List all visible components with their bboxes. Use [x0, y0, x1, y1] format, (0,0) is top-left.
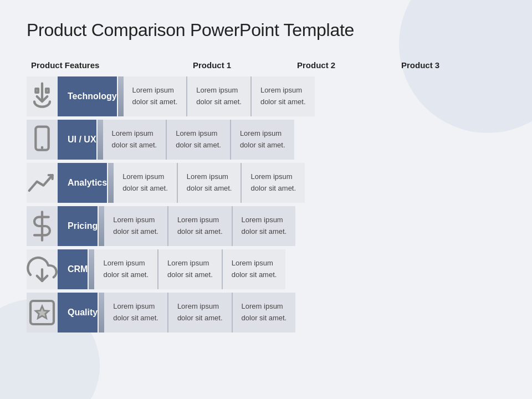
feature-cell-quality: Quality — [27, 293, 104, 332]
table-row-analytics: Analytics Lorem ipsum dolor sit amet. Lo… — [27, 163, 505, 203]
table-row-technology: Technology Lorem ipsum dolor sit amet. L… — [27, 76, 505, 116]
label-pricing: Pricing — [58, 206, 98, 246]
product1-cell-crm: Lorem ipsum dolor sit amet. — [94, 249, 157, 289]
product2-cell-pricing: Lorem ipsum dolor sit amet. — [168, 206, 232, 246]
product-cols-crm: Lorem ipsum dolor sit amet. Lorem ipsum … — [94, 249, 285, 289]
product-cols-ui-ux: Lorem ipsum dolor sit amet. Lorem ipsum … — [103, 120, 294, 160]
product1-cell-pricing: Lorem ipsum dolor sit amet. — [104, 206, 167, 246]
table-row-crm: CRM Lorem ipsum dolor sit amet. Lorem ip… — [27, 249, 505, 289]
page-title: Product Comparison PowerPoint Template — [27, 20, 505, 40]
label-technology: Technology — [58, 76, 117, 116]
mobile-icon — [27, 120, 58, 160]
feature-divider-ui-ux — [98, 120, 103, 160]
chart-icon — [27, 163, 58, 203]
product-cols-quality: Lorem ipsum dolor sit amet. Lorem ipsum … — [104, 293, 295, 332]
feature-cell-technology: Technology — [27, 76, 124, 116]
product3-cell-quality: Lorem ipsum dolor sit amet. — [233, 293, 296, 332]
header-product2: Product 2 — [297, 58, 401, 72]
feature-divider-analytics — [108, 163, 114, 203]
product3-cell-crm: Lorem ipsum dolor sit amet. — [223, 249, 286, 289]
table-header: Product Features Product 1 Product 2 Pro… — [27, 58, 505, 72]
product1-cell-ui-ux: Lorem ipsum dolor sit amet. — [103, 120, 166, 160]
feature-divider-technology — [118, 76, 124, 116]
label-quality: Quality — [58, 293, 98, 332]
product3-cell-technology: Lorem ipsum dolor sit amet. — [252, 76, 315, 116]
product2-cell-quality: Lorem ipsum dolor sit amet. — [168, 293, 232, 332]
comparison-table: Product Features Product 1 Product 2 Pro… — [27, 58, 505, 332]
table-body: Technology Lorem ipsum dolor sit amet. L… — [27, 76, 505, 332]
svg-point-2 — [41, 147, 43, 149]
table-row-quality: Quality Lorem ipsum dolor sit amet. Lore… — [27, 293, 505, 332]
product1-cell-analytics: Lorem ipsum dolor sit amet. — [114, 163, 177, 203]
product1-cell-technology: Lorem ipsum dolor sit amet. — [124, 76, 187, 116]
star-icon — [27, 293, 58, 332]
dollar-icon — [27, 206, 58, 246]
header-features: Product Features — [27, 58, 193, 72]
usb-icon — [27, 76, 58, 116]
label-crm: CRM — [58, 249, 88, 289]
label-ui-ux: UI / UX — [58, 120, 96, 160]
feature-divider-crm — [89, 249, 94, 289]
cloud-icon — [27, 249, 58, 289]
table-row-ui-ux: UI / UX Lorem ipsum dolor sit amet. Lore… — [27, 120, 505, 160]
feature-cell-analytics: Analytics — [27, 163, 114, 203]
svg-marker-6 — [35, 306, 48, 318]
product3-cell-analytics: Lorem ipsum dolor sit amet. — [242, 163, 305, 203]
product1-cell-quality: Lorem ipsum dolor sit amet. — [104, 293, 167, 332]
product-cols-pricing: Lorem ipsum dolor sit amet. Lorem ipsum … — [104, 206, 295, 246]
product3-cell-ui-ux: Lorem ipsum dolor sit amet. — [231, 120, 294, 160]
table-row-pricing: Pricing Lorem ipsum dolor sit amet. Lore… — [27, 206, 505, 246]
product2-cell-crm: Lorem ipsum dolor sit amet. — [158, 249, 222, 289]
feature-divider-pricing — [99, 206, 104, 246]
feature-cell-pricing: Pricing — [27, 206, 104, 246]
page: Product Comparison PowerPoint Template P… — [0, 0, 532, 349]
product2-cell-ui-ux: Lorem ipsum dolor sit amet. — [167, 120, 230, 160]
product-cols-technology: Lorem ipsum dolor sit amet. Lorem ipsum … — [124, 76, 315, 116]
product3-cell-pricing: Lorem ipsum dolor sit amet. — [233, 206, 296, 246]
label-analytics: Analytics — [58, 163, 107, 203]
product2-cell-analytics: Lorem ipsum dolor sit amet. — [178, 163, 241, 203]
header-product3: Product 3 — [401, 58, 505, 72]
product2-cell-technology: Lorem ipsum dolor sit amet. — [187, 76, 250, 116]
feature-cell-ui-ux: UI / UX — [27, 120, 103, 160]
product-cols-analytics: Lorem ipsum dolor sit amet. Lorem ipsum … — [114, 163, 305, 203]
feature-cell-crm: CRM — [27, 249, 94, 289]
feature-divider-quality — [99, 293, 104, 332]
header-product1: Product 1 — [193, 58, 297, 72]
